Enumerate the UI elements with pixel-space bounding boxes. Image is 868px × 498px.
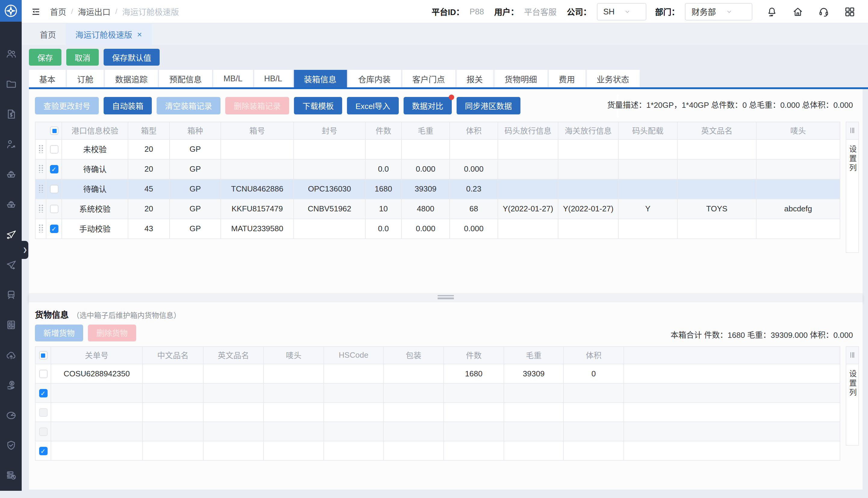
action-button[interactable]: 保存	[29, 49, 62, 66]
page-tab[interactable]: 海运订舱极速版×	[66, 24, 152, 45]
row-drag-handle[interactable]	[38, 203, 43, 212]
notification-bell-icon[interactable]	[761, 6, 782, 17]
sidebar	[0, 0, 22, 491]
sidebar-item-users[interactable]	[0, 39, 22, 69]
form-tab[interactable]: 装箱信息	[294, 70, 347, 87]
sidebar-item-rail[interactable]	[0, 279, 22, 310]
checkbox-cell	[35, 441, 51, 460]
sidebar-item-ship-export[interactable]	[0, 189, 22, 219]
sidebar-item-ship-import[interactable]	[0, 159, 22, 189]
table-cell	[624, 421, 840, 441]
toolbar-button[interactable]: 数据对比	[404, 97, 452, 114]
column-header: 体积	[450, 122, 498, 139]
report-icon	[5, 469, 16, 481]
breadcrumb-item[interactable]: 首页	[50, 5, 66, 17]
row-checkbox[interactable]	[39, 370, 47, 378]
row-checkbox[interactable]	[39, 389, 47, 397]
sidebar-item-finance[interactable]	[0, 370, 22, 400]
select-all-checkbox[interactable]	[50, 127, 59, 135]
row-checkbox[interactable]	[50, 145, 58, 154]
table-cell: 0.23	[450, 179, 498, 199]
form-tab[interactable]: HB/L	[254, 70, 293, 87]
row-checkbox[interactable]	[50, 165, 58, 174]
sidebar-expand-handle[interactable]: ❯	[22, 241, 28, 259]
row-drag-handle[interactable]	[38, 223, 43, 232]
sidebar-item-report[interactable]	[0, 460, 22, 490]
users-icon	[5, 48, 16, 59]
cargo-column-settings-label[interactable]: 设置列	[846, 364, 858, 397]
toolbar-button[interactable]: 清空装箱记录	[157, 97, 220, 114]
rail-icon	[5, 289, 16, 300]
row-checkbox[interactable]	[50, 205, 58, 213]
row-drag-handle[interactable]	[38, 144, 43, 153]
column-header: 箱型	[128, 122, 170, 139]
department-select[interactable]: 财务部	[685, 3, 752, 20]
form-tab[interactable]: 客户门点	[402, 70, 455, 87]
form-tab[interactable]: 数据追踪	[105, 70, 158, 87]
table-cell	[624, 383, 840, 402]
column-settings-label[interactable]: 设置列	[846, 140, 858, 173]
form-tab[interactable]: 货物明细	[494, 70, 547, 87]
company-select[interactable]: SH	[597, 3, 646, 20]
sidebar-item-customer-route[interactable]	[0, 129, 22, 159]
row-checkbox[interactable]	[50, 185, 58, 194]
panel-splitter	[29, 293, 863, 302]
toolbar-button[interactable]: 下载模板	[294, 97, 342, 114]
cargo-column-settings-handle-icon[interactable]	[846, 346, 858, 364]
select-all-checkbox[interactable]	[39, 351, 47, 360]
table-cell	[142, 364, 203, 383]
form-tab[interactable]: 仓库内装	[348, 70, 401, 87]
shield-check-icon	[5, 439, 16, 451]
sidebar-item-invoice[interactable]	[0, 99, 22, 129]
home-icon[interactable]	[787, 6, 808, 17]
checkbox-cell	[46, 199, 62, 219]
splitter-drag-handle[interactable]	[438, 295, 454, 300]
column-header: 码头放行信息	[498, 122, 558, 139]
form-tab[interactable]: 基本	[29, 70, 66, 87]
table-cell: TOYS	[677, 199, 756, 219]
app-logo[interactable]	[0, 0, 22, 22]
page-tab[interactable]: 首页	[30, 24, 66, 45]
toolbar-button[interactable]: 查验更改封号	[35, 97, 99, 114]
table-cell: 10	[365, 199, 401, 219]
form-tab[interactable]: MB/L	[213, 70, 253, 87]
sidebar-item-shield-check[interactable]	[0, 430, 22, 460]
toolbar-button[interactable]: 自动装箱	[104, 97, 152, 114]
form-tab[interactable]: 订舱	[67, 70, 104, 87]
sidebar-item-air-import[interactable]	[0, 219, 22, 249]
toolbar-button[interactable]: 同步港区数据	[457, 97, 520, 114]
row-checkbox[interactable]	[39, 447, 47, 455]
column-settings-handle-icon[interactable]	[846, 122, 858, 140]
action-button[interactable]: 取消	[66, 49, 99, 66]
toolbar-button[interactable]: 删除装箱记录	[225, 97, 289, 114]
support-headset-icon[interactable]	[813, 6, 834, 17]
sidebar-item-calculator[interactable]	[0, 310, 22, 340]
breadcrumb-item[interactable]: 海运订舱极速版	[122, 5, 179, 17]
table-cell	[294, 139, 365, 159]
table-cell: 系统校验	[62, 199, 128, 219]
calculator-icon	[5, 319, 16, 330]
table-cell	[384, 364, 444, 383]
row-drag-handle[interactable]	[38, 183, 43, 193]
sidebar-item-cloud-upload[interactable]	[0, 340, 22, 370]
form-tab[interactable]: 费用	[548, 70, 585, 87]
row-checkbox[interactable]	[50, 225, 58, 233]
container-table: 港口信息校验箱型箱种箱号封号件数毛重体积码头放行信息海关放行信息码头配载英文品名…	[35, 121, 840, 239]
row-drag-handle[interactable]	[38, 163, 43, 172]
sidebar-item-folder[interactable]	[0, 69, 22, 99]
apps-grid-icon[interactable]	[839, 6, 859, 17]
action-button[interactable]: 保存默认值	[104, 49, 160, 66]
form-tab[interactable]: 报关	[456, 70, 493, 87]
tab-close-icon[interactable]: ×	[137, 30, 142, 39]
table-cell: COSU6288942350	[51, 364, 142, 383]
sidebar-collapse-icon[interactable]	[31, 7, 40, 16]
cargo-button[interactable]: 删除货物	[88, 324, 136, 341]
form-tab[interactable]: 业务状态	[586, 70, 639, 87]
sidebar-item-air-export[interactable]	[0, 249, 22, 279]
toolbar-button[interactable]: Excel导入	[347, 97, 399, 114]
form-tab[interactable]: 预配信息	[159, 70, 212, 87]
table-cell: GP	[170, 219, 221, 238]
sidebar-item-pie-chart[interactable]	[0, 400, 22, 430]
cargo-button[interactable]: 新增货物	[35, 324, 83, 341]
breadcrumb-item[interactable]: 海运出口	[78, 5, 111, 17]
